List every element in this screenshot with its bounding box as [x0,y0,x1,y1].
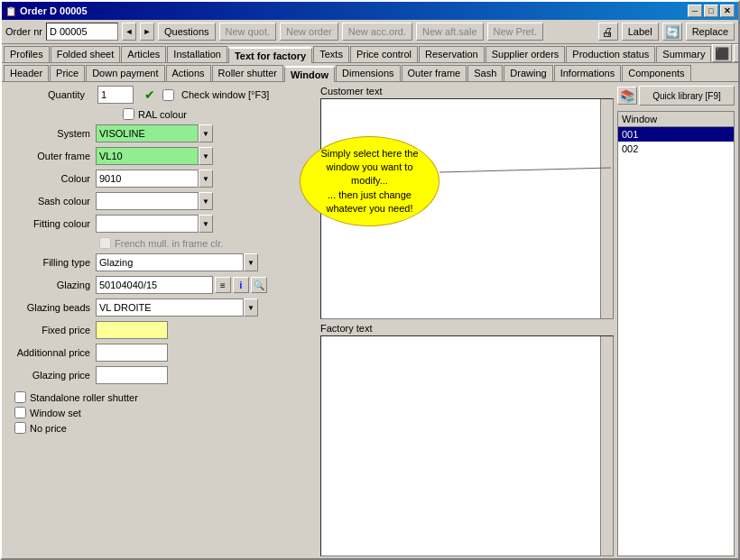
colour-input[interactable] [96,170,199,188]
check-window-checkbox[interactable] [162,89,174,101]
maximize-button[interactable]: □ [704,5,718,17]
factory-text-scrollbar[interactable] [600,336,613,555]
close-button[interactable]: ✕ [720,5,735,17]
tab-texts[interactable]: Texts [313,46,349,62]
window-set-row: Window set [5,407,317,418]
glazing-list-btn[interactable]: ≡ [215,277,231,293]
sash-colour-input[interactable] [96,192,199,210]
window-list-item-001[interactable]: 001 [618,127,734,142]
glazing-price-input[interactable] [96,366,168,384]
ral-colour-checkbox[interactable] [123,108,134,120]
tab-drawing[interactable]: Drawing [504,65,552,81]
tab-outer-frame[interactable]: Outer frame [402,65,467,81]
label-button[interactable]: Label [622,23,659,41]
pointer-line [439,163,620,181]
new-acc-ord-button[interactable]: New acc.ord. [342,23,412,41]
system-input[interactable] [96,124,199,142]
french-mull-row: French mull. in frame clr. [5,237,317,249]
tab-down-payment[interactable]: Down payment [86,65,164,81]
main-window: 📋 Order D 00005 ─ □ ✕ Order nr ◄ ► Quest… [0,0,740,560]
glazing-row: Glazing ≡ i 🔍 [5,276,317,294]
questions-button[interactable]: Questions [158,23,216,41]
outer-frame-dropdown-btn[interactable]: ▼ [199,147,213,165]
standalone-roller-shutter-checkbox[interactable] [14,391,26,403]
colour-dropdown-btn[interactable]: ▼ [199,170,213,188]
new-aft-sale-button[interactable]: New aft.sale [416,23,484,41]
fixed-price-label: Fixed price [5,325,96,335]
tab-production-status[interactable]: Production status [566,46,655,62]
outer-frame-input[interactable] [96,147,199,165]
additional-price-input[interactable] [96,344,168,362]
glazing-price-row: Glazing price [5,366,317,384]
tab-sash[interactable]: Sash [467,65,503,81]
window-set-checkbox[interactable] [14,407,26,418]
tab-components[interactable]: Components [622,65,690,81]
filling-type-dropdown-btn[interactable]: ▼ [244,253,258,271]
french-mull-label: French mull. in frame clr. [115,238,223,249]
tab-price[interactable]: Price [50,65,85,81]
tab-summary[interactable]: Summary [656,46,711,62]
tab-profiles[interactable]: Profiles [4,46,50,62]
filling-type-input[interactable] [96,253,244,271]
glazing-input[interactable] [96,276,213,294]
tab-dimensions[interactable]: Dimensions [336,65,400,81]
tab-articles[interactable]: Articles [121,46,166,62]
fitting-colour-dropdown-btn[interactable]: ▼ [199,215,213,233]
check-icon: ✔ [144,87,155,102]
customer-text-scrollbar[interactable] [600,99,613,318]
n-window-icon-button[interactable]: ⬛ [712,44,732,62]
quick-library-icon-btn[interactable]: 📚 [617,87,637,105]
window-list-item-002[interactable]: 002 [618,142,734,156]
no-price-label: No price [30,423,67,434]
ral-row: RAL colour [5,108,317,120]
tab-informations[interactable]: Informations [554,65,622,81]
glazing-beads-label: Glazing beads [5,302,96,313]
tab-price-control[interactable]: Price control [350,46,418,62]
printer-icon-button[interactable]: 🖨 [598,23,618,41]
new-order-button[interactable]: New order [280,23,338,41]
glazing-price-label: Glazing price [5,370,96,381]
tab-folded-sheet[interactable]: Folded sheet [51,46,121,62]
tab-text-for-factory[interactable]: Text for factory [228,47,312,63]
nav-next-button[interactable]: ► [140,23,154,41]
n-window-button[interactable]: N. window [F12] [734,44,740,62]
tab-actions[interactable]: Actions [166,65,211,81]
standalone-roller-shutter-row: Standalone roller shutter [5,391,317,403]
window-title: Order D 00005 [20,5,688,16]
glazing-beads-dropdown-btn[interactable]: ▼ [244,298,258,317]
order-label: Order nr [5,26,42,37]
system-dropdown-btn[interactable]: ▼ [199,124,213,142]
nav-prev-button[interactable]: ◄ [122,23,136,41]
tab-supplier-orders[interactable]: Supplier orders [486,46,566,62]
glazing-beads-input[interactable] [96,298,244,317]
glazing-search-btn[interactable]: 🔍 [251,277,267,293]
window-list-header: Window [618,112,734,127]
system-row: System ▼ [5,124,317,142]
minimize-button[interactable]: ─ [688,5,702,17]
french-mull-checkbox [99,237,111,249]
no-price-checkbox[interactable] [14,422,26,434]
order-input[interactable] [46,23,118,41]
glazing-info-btn[interactable]: i [233,277,249,293]
new-quot-button[interactable]: New quot. [219,23,277,41]
quick-library-button[interactable]: Quick library [F9] [639,86,735,106]
factory-text-area[interactable] [321,336,600,555]
quantity-input[interactable] [97,86,134,104]
fitting-colour-input[interactable] [96,215,199,233]
replace-icon-button[interactable]: 🔄 [662,23,682,41]
tab-header[interactable]: Header [4,65,49,81]
tab-bar-row1: Profiles Folded sheet Articles Installat… [2,44,712,62]
factory-text-wrapper [320,335,614,556]
tab-installation[interactable]: Installation [167,46,227,62]
fixed-price-input[interactable] [96,321,168,339]
replace-button[interactable]: Replace [686,23,735,41]
outer-frame-label: Outer frame [5,151,96,161]
tab-window[interactable]: Window [284,66,335,82]
standalone-roller-shutter-label: Standalone roller shutter [30,392,138,403]
new-pret-button[interactable]: New Pret. [487,23,543,41]
sash-colour-dropdown-btn[interactable]: ▼ [199,192,213,210]
sash-colour-label: Sash colour [5,196,96,207]
tab-reservation[interactable]: Reservation [419,46,485,62]
tab-roller-shutter[interactable]: Roller shutter [212,65,283,81]
window-set-label: Window set [30,408,81,418]
